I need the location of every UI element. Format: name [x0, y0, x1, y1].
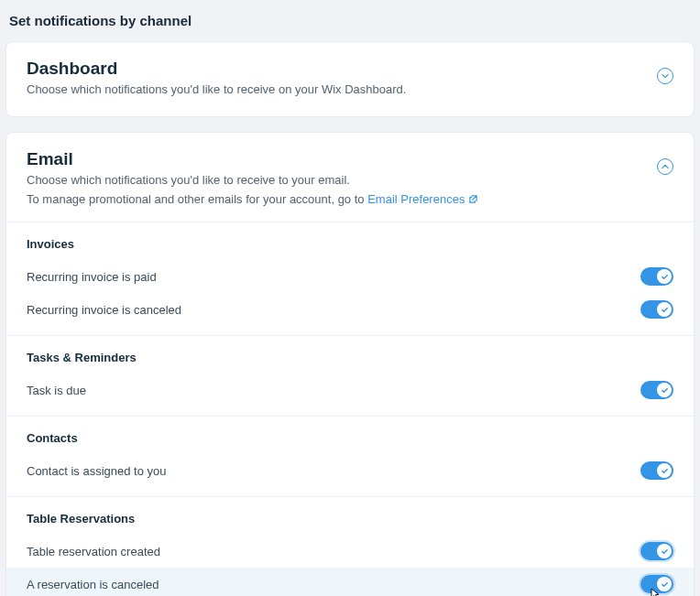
row-reservation-canceled-label: A reservation is canceled: [27, 578, 159, 591]
row-reservation-canceled: A reservation is canceled: [6, 568, 694, 596]
toggle-task-due[interactable]: [640, 381, 673, 399]
section-invoices-title: Invoices: [27, 237, 673, 251]
email-panel: Email Choose which notifications you'd l…: [5, 132, 695, 596]
toggle-invoice-paid[interactable]: [640, 267, 673, 286]
row-task-due-label: Task is due: [27, 384, 86, 397]
row-invoice-paid: Recurring invoice is paid: [27, 260, 673, 293]
row-contact-assigned-label: Contact is assigned to you: [27, 464, 166, 478]
section-tasks-title: Tasks & Reminders: [27, 351, 673, 364]
toggle-reservation-created[interactable]: [640, 542, 673, 560]
chevron-down-icon[interactable]: [657, 68, 673, 84]
dashboard-desc: Choose which notifications you'd like to…: [27, 81, 406, 100]
section-table-title: Table Reservations: [27, 512, 673, 526]
section-contacts: Contacts Contact is assigned to you: [6, 416, 694, 496]
section-invoices: Invoices Recurring invoice is paid Recur…: [6, 222, 694, 335]
toggle-contact-assigned[interactable]: [640, 461, 673, 480]
row-reservation-created-label: Table reservation created: [27, 545, 160, 558]
email-desc: Choose which notifications you'd like to…: [27, 171, 478, 210]
row-contact-assigned: Contact is assigned to you: [27, 454, 673, 487]
email-header[interactable]: Email Choose which notifications you'd l…: [6, 133, 694, 222]
section-tasks: Tasks & Reminders Task is due: [6, 335, 694, 416]
email-preferences-link-label: Email Preferences: [367, 190, 465, 210]
section-table-reservations: Table Reservations Table reservation cre…: [6, 496, 694, 596]
email-title: Email: [27, 149, 478, 169]
dashboard-header[interactable]: Dashboard Choose which notifications you…: [6, 42, 694, 116]
email-preferences-link[interactable]: Email Preferences: [367, 190, 478, 210]
external-link-icon: [468, 194, 478, 204]
email-desc-line1: Choose which notifications you'd like to…: [27, 173, 350, 187]
toggle-reservation-canceled[interactable]: [640, 575, 673, 593]
dashboard-panel: Dashboard Choose which notifications you…: [5, 41, 695, 117]
row-reservation-created: Table reservation created: [27, 535, 673, 568]
chevron-up-icon[interactable]: [657, 158, 673, 175]
row-invoice-paid-label: Recurring invoice is paid: [27, 270, 157, 284]
row-task-due: Task is due: [27, 374, 673, 406]
dashboard-title: Dashboard: [27, 59, 406, 79]
email-desc-line2-pre: To manage promotional and other emails f…: [27, 192, 367, 206]
row-invoice-canceled: Recurring invoice is canceled: [27, 293, 673, 326]
page-title: Set notifications by channel: [5, 13, 695, 41]
row-invoice-canceled-label: Recurring invoice is canceled: [27, 303, 181, 317]
section-contacts-title: Contacts: [27, 431, 673, 445]
toggle-invoice-canceled[interactable]: [640, 300, 673, 319]
